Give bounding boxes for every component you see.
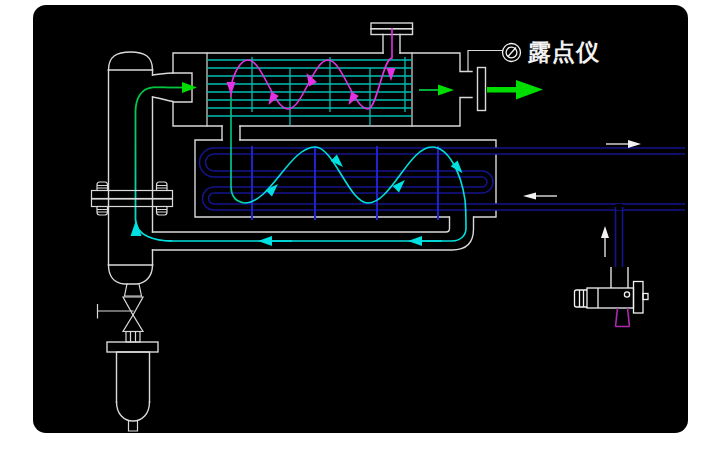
diagram-canvas: 露点仪 <box>0 0 716 454</box>
drawing-background <box>33 5 688 433</box>
dew-point-meter-label: 露点仪 <box>527 39 600 65</box>
tee-junction <box>616 204 622 210</box>
